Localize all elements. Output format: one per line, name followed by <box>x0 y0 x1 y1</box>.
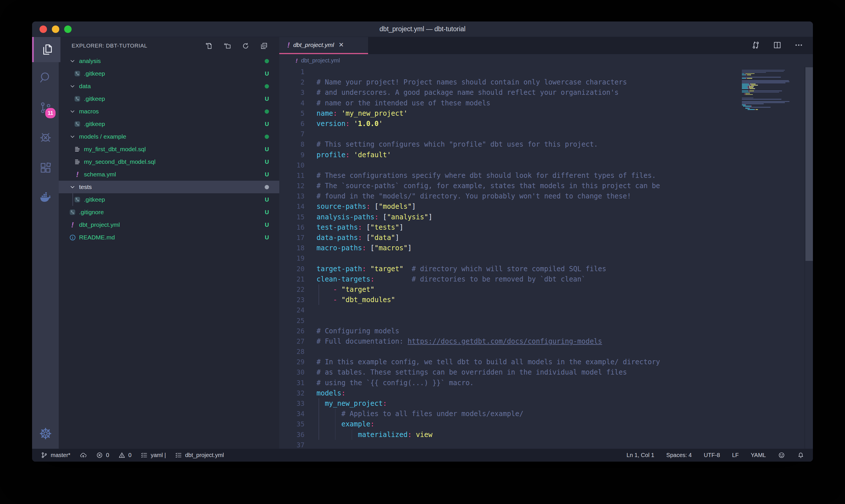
status-right-yaml[interactable]: YAML <box>751 452 766 458</box>
line-number: 32 <box>279 388 305 398</box>
refresh-button[interactable] <box>242 42 250 50</box>
code-editor[interactable]: 12# Name your project! Project names sho… <box>279 67 813 449</box>
code-line-34: 34 # Applies to all files under models/e… <box>279 409 813 419</box>
status-right-smiley[interactable] <box>778 452 785 459</box>
activity-bar-item-docker[interactable] <box>32 185 59 210</box>
tree-file-schema-yml[interactable]: !schema.ymlU <box>59 168 279 181</box>
line-content: # Name your project! Project names shoul… <box>317 77 627 87</box>
activity-bar-item-explorer[interactable] <box>32 37 60 62</box>
status-left-dbt-project-yml[interactable]: dbt_project.yml <box>175 452 224 459</box>
close-window-button[interactable] <box>39 25 47 33</box>
new-folder-button[interactable] <box>223 42 231 50</box>
tree-folder-data[interactable]: data <box>59 80 279 92</box>
code-line-20: 20target-path: "target" # directory whic… <box>279 264 813 274</box>
tree-folder-analysis[interactable]: analysis <box>59 55 279 67</box>
code-line-33: 33 my_new_project: <box>279 398 813 409</box>
status-right-utf-8[interactable]: UTF-8 <box>704 452 720 458</box>
activity-bar-item-source-control[interactable]: 11 <box>32 95 59 120</box>
tree-item-label: schema.yml <box>84 171 279 178</box>
line-number: 23 <box>279 295 305 305</box>
tree-folder-tests[interactable]: tests <box>59 181 279 193</box>
status-left-0[interactable]: 0 <box>96 452 109 459</box>
status-label: UTF-8 <box>704 452 720 458</box>
minimap-line <box>742 110 795 111</box>
line-number: 4 <box>279 98 305 108</box>
chevron-down-icon[interactable] <box>69 108 76 114</box>
chevron-down-icon[interactable] <box>69 58 76 64</box>
activity-bar-item-debug[interactable] <box>32 125 59 150</box>
line-number: 15 <box>279 212 305 222</box>
collapse-all-button[interactable] <box>260 42 268 50</box>
tree-file--gitkeep[interactable]: .gitkeepU <box>59 118 279 130</box>
code-line-9: 9profile: 'default' <box>279 150 813 160</box>
minimap[interactable] <box>742 69 795 111</box>
line-number: 1 <box>279 67 305 77</box>
status-left-master[interactable]: master* <box>41 452 70 459</box>
tree-item-label: .gitkeep <box>84 70 279 77</box>
tree-folder-macros[interactable]: macros <box>59 105 279 118</box>
zoom-window-button[interactable] <box>64 25 72 33</box>
tree-file--gitkeep[interactable]: .gitkeepU <box>59 67 279 80</box>
status-right-ln-1-col-1[interactable]: Ln 1, Col 1 <box>626 452 654 458</box>
activity-bar-item-settings[interactable] <box>32 421 59 446</box>
chevron-down-icon[interactable] <box>69 133 76 140</box>
tree-file-dbt-project-yml[interactable]: !dbt_project.ymlU <box>59 218 279 231</box>
vertical-scrollbar[interactable] <box>806 67 813 261</box>
doc-link: https://docs.getdbt.com/docs/configuring… <box>408 337 602 345</box>
code-line-21: 21clean-targets: # directories to be rem… <box>279 274 813 284</box>
line-number: 19 <box>279 253 305 264</box>
code-line-28: 28 <box>279 346 813 357</box>
split-editor-button[interactable] <box>773 41 782 50</box>
line-content: # In this example config, we tell dbt to… <box>317 357 660 367</box>
tree-folder-models-example[interactable]: models / example <box>59 130 279 143</box>
close-tab-icon[interactable]: ✕ <box>339 41 344 49</box>
chevron-down-icon[interactable] <box>69 83 76 89</box>
git-modified-dot <box>265 80 269 92</box>
code-line-15: 15analysis-paths: ["analysis"] <box>279 212 813 222</box>
chevron-down-icon[interactable] <box>69 184 76 190</box>
minimize-window-button[interactable] <box>52 25 59 33</box>
minimap-line <box>742 80 795 81</box>
breadcrumb[interactable]: ! dbt_project.yml <box>279 54 813 67</box>
yaml-warning-icon: ! <box>295 57 298 64</box>
smiley-icon <box>778 452 785 459</box>
error-circle-icon <box>96 452 103 459</box>
code-line-23: 23 - "dbt_modules" <box>279 295 813 305</box>
status-right-lf[interactable]: LF <box>732 452 739 458</box>
tab-dbt-project-yml[interactable]: ! dbt_project.yml ✕ <box>279 37 368 54</box>
line-content: # The `source-paths` config, for example… <box>317 181 660 191</box>
code-line-32: 32models: <box>279 388 813 398</box>
extensions-icon <box>39 161 52 174</box>
line-number: 16 <box>279 222 305 233</box>
open-changes-button[interactable] <box>751 41 760 50</box>
code-line-3: 3# and underscores. A good package name … <box>279 87 813 98</box>
breadcrumb-item: dbt_project.yml <box>301 57 340 64</box>
tree-item-label: data <box>79 83 279 90</box>
line-number: 17 <box>279 233 305 243</box>
tree-file--gitkeep[interactable]: .gitkeepU <box>59 193 279 206</box>
line-content: my_new_project: <box>317 398 387 409</box>
tree-file-my-first-dbt-model-sql[interactable]: my_first_dbt_model.sqlU <box>59 143 279 156</box>
activity-bar-item-extensions[interactable] <box>32 155 59 180</box>
status-left-0[interactable]: 0 <box>118 452 131 459</box>
status-label: yaml | <box>151 452 166 458</box>
line-number: 7 <box>279 129 305 139</box>
tree-file--gitignore[interactable]: .gitignoreU <box>59 206 279 218</box>
git-untracked-badge: U <box>265 92 269 105</box>
line-content: # name or the intended use of these mode… <box>317 98 490 108</box>
status-label: YAML <box>751 452 766 458</box>
status-left-yaml[interactable]: yaml | <box>141 452 166 459</box>
activity-bar-item-search[interactable] <box>32 65 59 90</box>
tree-file--gitkeep[interactable]: .gitkeepU <box>59 92 279 105</box>
line-number: 20 <box>279 264 305 274</box>
scm-changes-badge: 11 <box>44 107 56 119</box>
new-file-button[interactable] <box>205 42 213 50</box>
status-right-spaces-4[interactable]: Spaces: 4 <box>666 452 692 458</box>
explorer-header: EXPLORER: DBT-TUTORIAL <box>59 37 279 55</box>
code-line-11: 11# These configurations specify where d… <box>279 170 813 181</box>
status-right-bell[interactable] <box>797 452 804 459</box>
tree-file-readme-md[interactable]: README.mdU <box>59 231 279 244</box>
tree-file-my-second-dbt-model-sql[interactable]: my_second_dbt_model.sqlU <box>59 156 279 168</box>
status-left-cloud-upload[interactable] <box>79 452 87 459</box>
more-actions-button[interactable] <box>794 41 803 50</box>
